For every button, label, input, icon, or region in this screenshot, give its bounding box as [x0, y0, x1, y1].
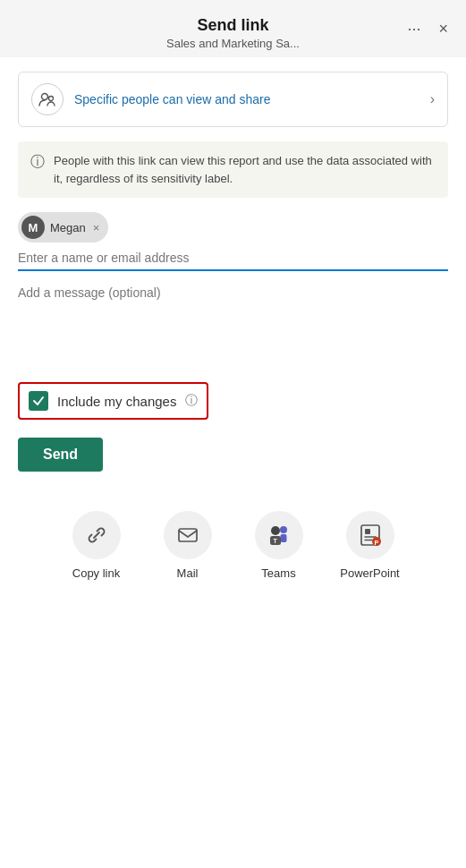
recipient-avatar: M [21, 216, 45, 239]
dialog-title: Send link [166, 16, 300, 35]
copy-link-icon [85, 523, 108, 547]
mail-icon-circle [164, 511, 212, 559]
permission-chevron: › [430, 91, 435, 107]
include-changes-row: Include my changes ⓘ [18, 382, 208, 420]
share-teams[interactable]: T Teams [248, 511, 310, 580]
mail-label: Mail [177, 566, 199, 580]
recipient-area: M Megan × [18, 212, 448, 243]
dialog-subtitle: Sales and Marketing Sa... [166, 37, 300, 50]
share-options-row: Copy link Mail T Teams [0, 511, 466, 607]
include-changes-checkbox[interactable] [29, 391, 48, 411]
svg-point-0 [42, 94, 48, 100]
powerpoint-icon-circle: P [346, 511, 394, 559]
powerpoint-label: PowerPoint [340, 566, 399, 580]
svg-rect-2 [179, 529, 197, 541]
more-options-button[interactable]: ··· [403, 16, 424, 42]
copy-link-label: Copy link [72, 566, 120, 580]
include-changes-label: Include my changes [57, 394, 176, 409]
main-content: Specific people can view and share › ⓘ P… [0, 57, 466, 511]
message-input[interactable] [18, 285, 448, 357]
info-box: ⓘ People with this link can view this re… [18, 141, 448, 198]
recipient-chip: M Megan × [18, 212, 108, 243]
share-mail[interactable]: Mail [157, 511, 219, 580]
copy-link-icon-circle [72, 511, 121, 559]
info-text: People with this link can view this repo… [54, 152, 436, 187]
share-copy-link[interactable]: Copy link [65, 511, 128, 580]
svg-rect-9 [365, 529, 370, 534]
header-center: Send link Sales and Marketing Sa... [166, 16, 300, 50]
teams-icon: T [266, 523, 292, 548]
dialog-header: Send link Sales and Marketing Sa... ··· … [0, 0, 466, 57]
teams-icon-circle: T [255, 511, 303, 559]
svg-text:T: T [273, 538, 277, 544]
powerpoint-icon: P [358, 523, 383, 548]
svg-rect-4 [280, 534, 286, 542]
svg-point-5 [271, 526, 280, 535]
permission-text: Specific people can view and share [74, 92, 270, 106]
send-button[interactable]: Send [18, 438, 103, 472]
permission-icon [31, 83, 64, 115]
svg-point-1 [49, 97, 54, 101]
share-powerpoint[interactable]: P PowerPoint [339, 511, 402, 580]
permission-left: Specific people can view and share [31, 83, 270, 115]
svg-text:P: P [374, 540, 378, 546]
teams-label: Teams [261, 566, 295, 580]
info-icon: ⓘ [30, 153, 45, 172]
recipient-name: Megan [50, 221, 86, 234]
svg-point-3 [280, 526, 287, 533]
remove-recipient-button[interactable]: × [93, 221, 100, 234]
name-email-input[interactable] [18, 251, 448, 265]
include-changes-info-icon[interactable]: ⓘ [185, 393, 198, 409]
name-input-wrapper [18, 250, 448, 271]
header-actions: ··· × [403, 16, 452, 42]
close-button[interactable]: × [435, 16, 452, 42]
mail-icon [176, 523, 199, 547]
permission-row[interactable]: Specific people can view and share › [18, 72, 448, 127]
